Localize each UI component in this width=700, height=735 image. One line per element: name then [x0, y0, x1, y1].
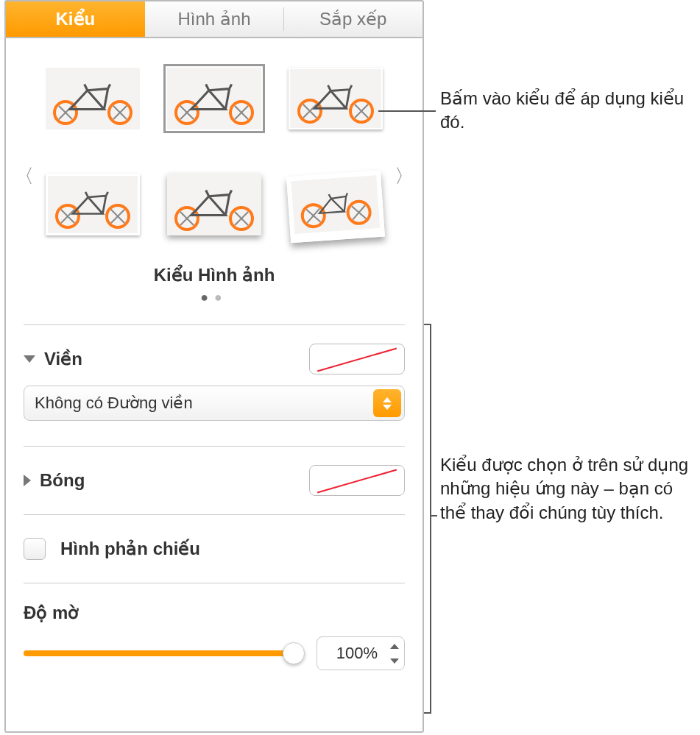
opacity-slider[interactable]	[24, 642, 303, 664]
border-dropdown-value: Không có Đường viền	[35, 394, 193, 413]
gallery-page-dots[interactable]: ●●	[28, 290, 400, 305]
tab-arrange[interactable]: Sắp xếp	[283, 1, 423, 37]
tab-image[interactable]: Hình ảnh	[145, 1, 284, 37]
style-thumb-4[interactable]	[46, 174, 140, 235]
border-label: Viền	[44, 349, 300, 369]
divider	[24, 583, 405, 583]
divider	[24, 446, 405, 447]
callout-bracket-leader	[430, 515, 437, 516]
style-thumb-5[interactable]	[167, 174, 261, 235]
gallery-prev-button[interactable]: 〈	[7, 155, 41, 196]
callout-leader-line	[378, 110, 436, 112]
slider-thumb[interactable]	[283, 642, 305, 664]
style-thumb-3[interactable]	[289, 68, 383, 129]
callout-side: Kiểu được chọn ở trên sử dụng những hiệu…	[440, 453, 690, 525]
border-swatch[interactable]	[309, 344, 405, 374]
gallery-title: Kiểu Hình ảnh	[28, 265, 400, 285]
callout-bracket-vertical	[430, 324, 431, 714]
shadow-swatch[interactable]	[309, 465, 405, 496]
opacity-section: Độ mờ 100%	[6, 595, 423, 688]
opacity-step-up[interactable]	[383, 639, 406, 653]
border-section: Viền	[6, 337, 423, 381]
reflection-checkbox[interactable]	[24, 538, 46, 560]
border-dropdown[interactable]: Không có Đường viền	[24, 386, 405, 421]
style-thumb-2[interactable]	[167, 68, 261, 129]
format-inspector-panel: Kiểu Hình ảnh Sắp xếp 〈 〉	[4, 0, 424, 733]
border-disclosure[interactable]	[24, 355, 35, 363]
style-thumb-1[interactable]	[46, 68, 140, 129]
callout-bracket-top	[424, 324, 431, 325]
opacity-value: 100%	[336, 644, 378, 663]
shadow-disclosure[interactable]	[24, 475, 31, 486]
reflection-label: Hình phản chiếu	[60, 539, 405, 559]
gallery-next-button[interactable]: 〉	[387, 155, 421, 196]
tab-style[interactable]: Kiểu	[6, 1, 145, 37]
reflection-section: Hình phản chiếu	[6, 527, 423, 571]
opacity-value-field[interactable]: 100%	[317, 636, 405, 670]
inspector-tabs: Kiểu Hình ảnh Sắp xếp	[6, 1, 423, 38]
slider-track	[24, 650, 303, 656]
divider	[24, 324, 405, 325]
opacity-label: Độ mờ	[24, 603, 405, 623]
style-gallery: 〈 〉	[6, 38, 423, 313]
style-thumb-6[interactable]	[286, 171, 385, 244]
divider	[24, 514, 405, 515]
shadow-section: Bóng	[6, 458, 423, 503]
shadow-label: Bóng	[40, 470, 300, 491]
callout-bracket-bottom	[424, 712, 431, 714]
dropdown-arrow-icon	[373, 389, 401, 417]
opacity-step-down[interactable]	[383, 653, 406, 668]
opacity-stepper	[383, 639, 406, 668]
callout-top: Bấm vào kiểu để áp dụng kiểu đó.	[440, 87, 690, 135]
style-thumbnails	[43, 68, 386, 240]
